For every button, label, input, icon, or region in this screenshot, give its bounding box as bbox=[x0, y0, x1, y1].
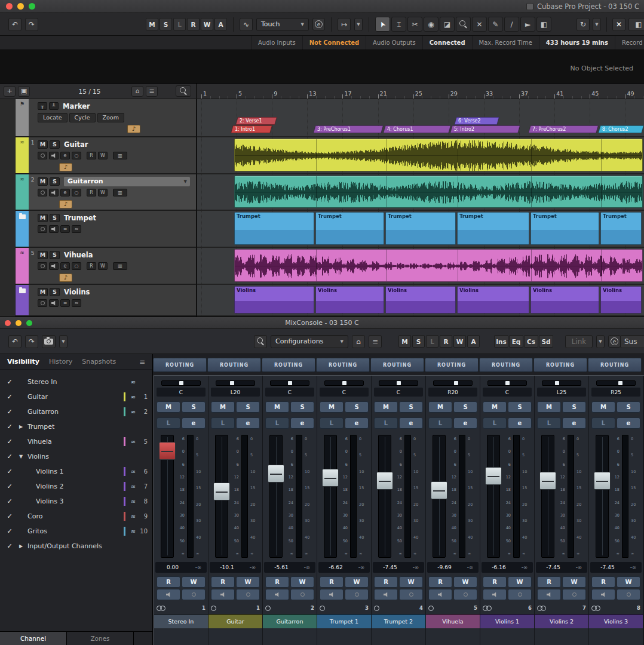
strip-read-button[interactable]: R bbox=[374, 576, 398, 588]
mute-button[interactable]: M bbox=[38, 288, 48, 296]
toolbar-a-button[interactable]: A bbox=[214, 18, 227, 30]
pan-handle[interactable] bbox=[618, 381, 622, 385]
tab-zones[interactable]: Zones bbox=[67, 632, 134, 645]
collapse-arrow-icon[interactable]: ▶ bbox=[19, 543, 27, 549]
strip-listen-button[interactable]: L bbox=[157, 417, 180, 429]
input-output-button[interactable]: ▥ bbox=[113, 262, 127, 270]
mix-w-button[interactable]: W bbox=[453, 335, 466, 348]
track-row[interactable]: ≈2MSGuitarron▼e○RW▥♪ bbox=[16, 174, 196, 211]
zoom-tool[interactable] bbox=[456, 17, 471, 32]
monitor-button[interactable] bbox=[49, 262, 59, 270]
fader-handle[interactable] bbox=[322, 469, 339, 487]
zoom-button[interactable]: Zoom bbox=[97, 113, 124, 122]
mute-button[interactable]: M bbox=[38, 177, 48, 186]
suspend-button[interactable]: Sus bbox=[620, 335, 644, 348]
strip-mute-button[interactable]: M bbox=[428, 401, 452, 413]
fader-value[interactable]: -6.16 bbox=[482, 564, 516, 570]
visibility-row[interactable]: ✓Gritos≈10 bbox=[0, 524, 152, 539]
mix-home-icon[interactable]: ⌂ bbox=[352, 335, 365, 348]
mix-undo-button[interactable]: ↶ bbox=[8, 335, 22, 348]
expand-arrow-icon[interactable]: ▼ bbox=[19, 454, 27, 459]
mix-minimize-button[interactable] bbox=[16, 320, 22, 326]
routing-rack-header[interactable]: ROUTING bbox=[153, 358, 207, 372]
strip-mute-button[interactable]: M bbox=[265, 401, 289, 413]
track-name-field[interactable]: Guitarron▼ bbox=[64, 177, 190, 186]
strip-read-button[interactable]: R bbox=[211, 576, 235, 588]
toolbar-l-button[interactable]: L bbox=[173, 18, 186, 30]
routing-rack-header[interactable]: ROUTING bbox=[316, 358, 370, 372]
auto-scroll-menu-button[interactable]: ▼ bbox=[354, 18, 363, 31]
input-output-button[interactable]: ▥ bbox=[113, 189, 127, 196]
strip-record-button[interactable] bbox=[182, 589, 206, 600]
folder-event[interactable]: Trumpet bbox=[457, 212, 529, 245]
visibility-row[interactable]: ✓Violins 1≈6 bbox=[0, 464, 152, 479]
mix-zoom-button[interactable] bbox=[26, 320, 32, 326]
fader-track[interactable] bbox=[596, 435, 609, 558]
visibility-row[interactable]: ✓Violins 3≈8 bbox=[0, 494, 152, 509]
play-tool[interactable]: ► bbox=[520, 17, 535, 32]
strip-monitor-button[interactable] bbox=[320, 589, 344, 600]
strip-edit-button[interactable]: e bbox=[617, 417, 640, 429]
edit-channel-button[interactable]: e bbox=[60, 189, 70, 196]
folder-event[interactable]: Trumpet bbox=[385, 212, 456, 245]
visibility-row[interactable]: ✓Coro≈9 bbox=[0, 509, 152, 524]
read-automation-button[interactable]: R bbox=[87, 189, 96, 196]
strip-monitor-button[interactable] bbox=[483, 589, 507, 600]
musical-timebase-button[interactable]: ♪ bbox=[59, 200, 72, 208]
strip-monitor-button[interactable] bbox=[374, 589, 398, 600]
fader-handle[interactable] bbox=[268, 465, 284, 483]
tab-channel[interactable]: Channel bbox=[0, 632, 67, 645]
strip-mute-button[interactable]: M bbox=[157, 401, 180, 413]
phase-button[interactable]: ≈ bbox=[72, 225, 81, 233]
record-enable-button[interactable] bbox=[38, 152, 47, 159]
channel-name[interactable]: Stereo In bbox=[154, 614, 208, 628]
fader-track[interactable] bbox=[378, 435, 391, 558]
pan-control[interactable] bbox=[270, 380, 309, 386]
rack-cs-button[interactable]: Cs bbox=[524, 335, 538, 348]
marker-event[interactable]: 7: PreChorus2 bbox=[528, 125, 599, 133]
folder-event[interactable]: Violins bbox=[600, 286, 642, 314]
marker-event[interactable]: 6: Verse2 bbox=[454, 117, 499, 125]
fader-handle[interactable] bbox=[431, 481, 447, 499]
routing-rack-header[interactable]: ROUTING bbox=[479, 358, 533, 372]
pan-control[interactable] bbox=[596, 380, 636, 386]
routing-rack-header[interactable]: ROUTING bbox=[207, 358, 261, 372]
pan-control[interactable] bbox=[216, 380, 255, 386]
mix-s-button[interactable]: S bbox=[412, 335, 425, 348]
strip-listen-button[interactable]: L bbox=[483, 417, 507, 429]
audio-event[interactable] bbox=[234, 176, 643, 208]
color-tool[interactable]: ◧ bbox=[536, 17, 551, 32]
visibility-row[interactable]: ✓Violins 2≈7 bbox=[0, 479, 152, 494]
group-edit-button[interactable]: ≡ bbox=[60, 299, 70, 307]
routing-rack-header[interactable]: ROUTING bbox=[588, 358, 642, 372]
strip-solo-button[interactable]: S bbox=[345, 401, 369, 413]
strip-read-button[interactable]: R bbox=[537, 576, 561, 588]
strip-mute-button[interactable]: M bbox=[483, 401, 507, 413]
pan-control[interactable] bbox=[161, 380, 201, 386]
folder-event[interactable]: Violins bbox=[457, 286, 529, 314]
add-marker-button[interactable]: ╥ bbox=[38, 102, 47, 110]
fader-handle[interactable] bbox=[485, 467, 502, 485]
strip-monitor-button[interactable] bbox=[157, 589, 180, 600]
cycle-button[interactable]: Cycle bbox=[69, 113, 96, 122]
strip-edit-button[interactable]: e bbox=[399, 417, 423, 429]
fader-track[interactable] bbox=[541, 435, 554, 558]
visibility-row[interactable]: ✓Vihuela≈5 bbox=[0, 434, 152, 449]
freeze-button[interactable]: ○ bbox=[72, 262, 81, 270]
folder-event[interactable]: Trumpet bbox=[530, 212, 599, 245]
draw-tool[interactable]: ✎ bbox=[488, 17, 503, 32]
marker-event[interactable]: 4: Chorus1 bbox=[383, 125, 451, 133]
visibility-checkmark[interactable]: ✓ bbox=[0, 408, 19, 416]
pan-control[interactable] bbox=[487, 380, 527, 386]
home-icon[interactable]: ⌂ bbox=[131, 86, 143, 97]
fader-handle[interactable] bbox=[213, 483, 230, 500]
strip-edit-button[interactable]: e bbox=[290, 417, 314, 429]
strip-solo-button[interactable]: S bbox=[182, 401, 206, 413]
search-icon[interactable] bbox=[176, 85, 191, 97]
tab-visibility[interactable]: Visibility bbox=[7, 358, 39, 366]
panel-menu-icon[interactable]: ≡ bbox=[139, 358, 145, 366]
strip-write-button[interactable]: W bbox=[617, 576, 640, 588]
strip-listen-button[interactable]: L bbox=[591, 417, 615, 429]
strip-record-button[interactable] bbox=[236, 589, 260, 600]
strip-mute-button[interactable]: M bbox=[537, 401, 561, 413]
